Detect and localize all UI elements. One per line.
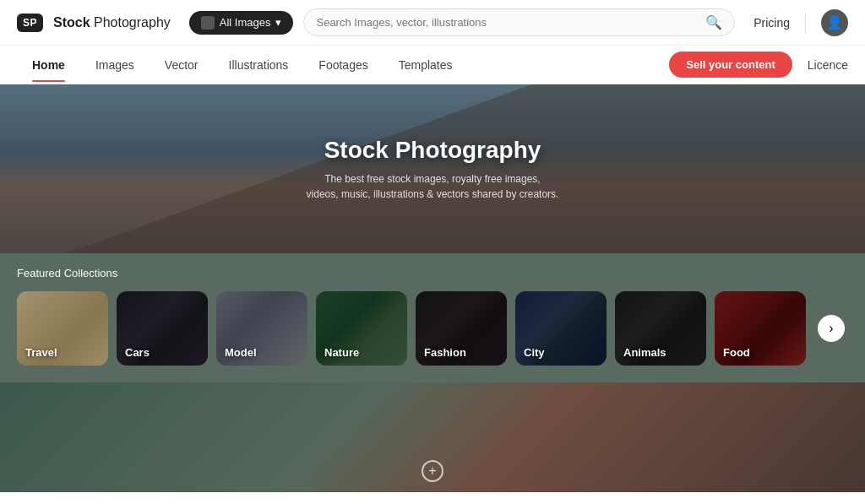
images-icon [201, 16, 215, 30]
collection-label-model: Model [225, 346, 257, 359]
top-nav: SP Stock Photography All Images ▾ 🔍 Pric… [0, 0, 865, 46]
nav-item-footages[interactable]: Footages [303, 48, 383, 82]
collection-label-fashion: Fashion [424, 346, 466, 359]
nav-item-vector[interactable]: Vector [150, 48, 214, 82]
chevron-right-icon: › [829, 321, 833, 336]
collection-card-animals[interactable]: Animals [615, 291, 706, 366]
sub-nav: Home Images Vector Illustrations Footage… [0, 46, 865, 84]
divider [805, 13, 806, 33]
nav-item-images[interactable]: Images [80, 48, 150, 82]
collection-card-fashion[interactable]: Fashion [416, 291, 507, 366]
logo-badge: SP [17, 14, 43, 32]
chevron-down-icon: ▾ [275, 16, 281, 29]
collection-label-travel: Travel [25, 346, 57, 359]
licence-link[interactable]: Licence [808, 58, 848, 72]
hero-subtitle: The best free stock images, royalty free… [307, 171, 559, 202]
user-icon: 👤 [826, 14, 843, 30]
nav-item-home[interactable]: Home [17, 48, 80, 82]
collection-card-travel[interactable]: Travel [17, 291, 108, 366]
collection-card-cars[interactable]: Cars [117, 291, 208, 366]
collection-label-cars: Cars [125, 346, 150, 359]
hero-bottom: + [0, 382, 865, 492]
collections-row: Travel Cars Model Nature Fashion City [17, 291, 848, 366]
collection-label-city: City [524, 346, 545, 359]
search-button[interactable]: 🔍 [705, 14, 722, 30]
collection-label-food: Food [723, 346, 750, 359]
scroll-down-button[interactable]: + [422, 460, 443, 482]
featured-title: Featured Collections [17, 267, 848, 279]
search-bar: 🔍 [303, 8, 735, 36]
hero-title: Stock Photography [307, 136, 559, 165]
plus-icon: + [428, 463, 436, 479]
collections-next-arrow[interactable]: › [818, 315, 845, 342]
all-images-button[interactable]: All Images ▾ [189, 11, 294, 35]
hero-section: Stock Photography The best free stock im… [0, 84, 865, 253]
collection-card-city[interactable]: City [515, 291, 607, 366]
featured-section: Featured Collections Travel Cars Model N… [0, 253, 865, 382]
collection-label-animals: Animals [623, 346, 666, 359]
nav-item-illustrations[interactable]: Illustrations [214, 48, 304, 82]
select-section: Select Images From Your Choice Outdoor T… [0, 492, 865, 504]
collection-card-nature[interactable]: Nature [316, 291, 407, 366]
search-input[interactable] [316, 16, 699, 29]
collection-label-nature: Nature [324, 346, 359, 359]
pricing-link[interactable]: Pricing [753, 16, 790, 30]
sell-content-button[interactable]: Sell your content [669, 51, 792, 78]
logo-text: Stock Photography [53, 15, 171, 30]
user-avatar[interactable]: 👤 [821, 9, 848, 36]
nav-item-templates[interactable]: Templates [384, 48, 468, 82]
collection-card-model[interactable]: Model [216, 291, 307, 366]
hero-content: Stock Photography The best free stock im… [307, 136, 559, 202]
collection-card-food[interactable]: Food [715, 291, 806, 366]
